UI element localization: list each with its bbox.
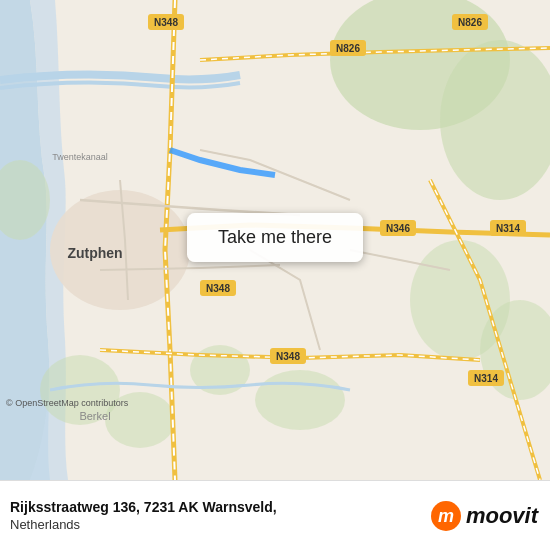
info-bar: Rijksstraatweg 136, 7231 AK Warnsveld, N… (0, 480, 550, 550)
svg-text:N314: N314 (474, 373, 498, 384)
address-text: Rijksstraatweg 136, 7231 AK Warnsveld, (10, 499, 277, 515)
country-text: Netherlands (10, 517, 277, 532)
moovit-logo-icon: m (430, 500, 462, 532)
map-container: N348 N826 N826 N346 N348 N314 N314 N348 … (0, 0, 550, 480)
svg-text:Zutphen: Zutphen (67, 245, 122, 261)
address-section: Rijksstraatweg 136, 7231 AK Warnsveld, N… (10, 499, 277, 532)
svg-text:Twentekanaal: Twentekanaal (52, 152, 108, 162)
svg-text:N348: N348 (276, 351, 300, 362)
svg-text:N314: N314 (496, 223, 520, 234)
svg-text:N346: N346 (386, 223, 410, 234)
svg-point-9 (255, 370, 345, 430)
svg-text:Berkel: Berkel (79, 410, 110, 422)
svg-text:N348: N348 (206, 283, 230, 294)
take-me-there-button[interactable]: Take me there (187, 213, 363, 262)
svg-text:N348: N348 (154, 17, 178, 28)
moovit-text: moovit (466, 503, 538, 529)
svg-text:N826: N826 (458, 17, 482, 28)
osm-attribution: © OpenStreetMap contributors (6, 398, 128, 408)
moovit-logo: m moovit (430, 500, 538, 532)
svg-text:m: m (438, 506, 454, 526)
svg-text:N826: N826 (336, 43, 360, 54)
